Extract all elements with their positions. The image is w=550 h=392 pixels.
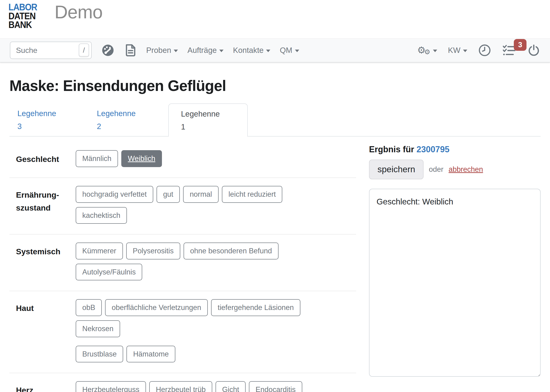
option-button[interactable]: obB: [76, 299, 102, 316]
option-button[interactable]: Kümmerer: [76, 243, 123, 259]
tab-legehenne-1[interactable]: Legehenne 1: [168, 103, 248, 137]
result-output-textarea[interactable]: Geschlecht: Weiblich: [369, 189, 541, 377]
chevron-down-icon: [295, 49, 299, 52]
tab-title: Legehenne: [17, 110, 89, 118]
document-icon[interactable]: [124, 43, 137, 57]
menu-kontakte[interactable]: Kontakte: [233, 46, 270, 55]
option-button[interactable]: Endocarditis: [249, 381, 302, 392]
tab-number: 2: [97, 122, 168, 131]
option-button[interactable]: leicht reduziert: [222, 186, 282, 203]
option-button[interactable]: tiefergehende Läsionen: [211, 299, 300, 316]
menu-proben[interactable]: Proben: [146, 46, 178, 55]
navbar-left-items: Proben Aufträge Kontakte QM: [101, 43, 299, 57]
page-title: Maske: Einsendungen Geflügel: [9, 77, 541, 94]
chevron-down-icon: [463, 49, 467, 52]
slash-shortcut-badge: /: [79, 43, 89, 57]
row-label-ernaehrungszustand: Ernährung- szustand: [9, 186, 76, 214]
option-button[interactable]: oberflächliche Verletzungen: [105, 299, 208, 316]
settings-dropdown[interactable]: ⚙⚙: [417, 45, 437, 56]
or-text: oder: [429, 165, 443, 174]
logo-line-bank: BANK: [8, 21, 37, 29]
option-button[interactable]: Autolyse/Fäulnis: [76, 264, 142, 281]
option-button-weiblich[interactable]: Weiblich: [121, 150, 162, 167]
finding-form: Geschlecht Männlich Weiblich Ernährung- …: [9, 137, 356, 392]
option-button[interactable]: Polyserositis: [126, 243, 180, 259]
option-group-haut: obB oberflächliche Verletzungen tieferge…: [76, 299, 334, 362]
clock-icon[interactable]: [478, 44, 491, 57]
chevron-down-icon: [433, 49, 437, 52]
tab-legehenne-3[interactable]: Legehenne 3: [9, 103, 89, 136]
tab-number: 1: [181, 123, 247, 131]
row-label-herz: Herz: [9, 381, 76, 392]
app-header: LABOR DATEN BANK Demo: [0, 0, 550, 38]
option-group-geschlecht: Männlich Weiblich: [76, 150, 334, 167]
app-title: Demo: [55, 1, 102, 23]
tasks-badge: 3: [514, 39, 527, 51]
main-navbar: / Proben Aufträge: [0, 38, 550, 63]
form-row-herz: Herz Herzbeutelerguss Herzbeutel trüb Gi…: [9, 373, 356, 392]
menu-auftraege-label: Aufträge: [187, 46, 217, 55]
form-row-haut: Haut obB oberflächliche Verletzungen tie…: [9, 291, 356, 373]
option-button[interactable]: Brustblase: [76, 346, 123, 363]
option-group-systemisch: Kümmerer Polyserositis ohne besonderen B…: [76, 243, 334, 280]
option-button[interactable]: Hämatome: [127, 346, 175, 363]
labordatenbank-logo[interactable]: LABOR DATEN BANK: [8, 3, 37, 29]
tab-bar: Legehenne 3 Legehenne 2 Legehenne 1: [9, 103, 541, 137]
tab-number: 3: [17, 122, 89, 131]
result-heading-text: Ergbnis für: [369, 145, 414, 154]
option-button-maennlich[interactable]: Männlich: [76, 150, 118, 167]
tab-legehenne-2[interactable]: Legehenne 2: [89, 103, 168, 136]
search-container: /: [10, 42, 92, 59]
power-icon[interactable]: [528, 44, 540, 57]
option-button[interactable]: hochgradig verfettet: [76, 186, 153, 203]
save-controls: speichern oder abbrechen: [369, 160, 541, 179]
menu-proben-label: Proben: [146, 46, 171, 55]
mask-body: Geschlecht Männlich Weiblich Ernährung- …: [9, 137, 541, 392]
menu-qm-label: QM: [280, 46, 292, 55]
option-button[interactable]: normal: [183, 186, 219, 203]
gears-icon: ⚙⚙: [417, 45, 430, 56]
menu-qm[interactable]: QM: [280, 46, 299, 55]
cancel-link[interactable]: abbrechen: [448, 165, 483, 174]
case-id-link[interactable]: 2300795: [416, 145, 449, 154]
row-label-geschlecht: Geschlecht: [9, 150, 76, 166]
kw-label: KW: [448, 46, 460, 55]
save-button[interactable]: speichern: [369, 160, 423, 179]
navbar-right-items: ⚙⚙ KW 3: [417, 44, 540, 57]
menu-auftraege[interactable]: Aufträge: [187, 46, 224, 55]
tasks-icon[interactable]: 3: [502, 44, 517, 57]
chevron-down-icon: [266, 49, 270, 52]
menu-kontakte-label: Kontakte: [233, 46, 263, 55]
row-label-haut: Haut: [9, 299, 76, 315]
main-content: Maske: Einsendungen Geflügel Legehenne 3…: [0, 77, 550, 392]
option-button[interactable]: Gicht: [216, 381, 246, 392]
row-label-systemisch: Systemisch: [9, 243, 76, 258]
option-button[interactable]: Nekrosen: [76, 320, 120, 337]
option-button[interactable]: gut: [156, 186, 180, 203]
result-panel: Ergbnis für 2300795 speichern oder abbre…: [369, 137, 541, 378]
option-group-ernaehrungszustand: hochgradig verfettet gut normal leicht r…: [76, 186, 334, 224]
form-row-geschlecht: Geschlecht Männlich Weiblich: [9, 137, 356, 178]
option-button[interactable]: kachektisch: [76, 207, 127, 224]
tab-title: Legehenne: [97, 110, 168, 118]
option-button[interactable]: Herzbeutel trüb: [149, 381, 212, 392]
chevron-down-icon: [174, 49, 178, 52]
chevron-down-icon: [219, 49, 224, 52]
kw-dropdown[interactable]: KW: [448, 46, 467, 55]
option-button[interactable]: ohne besonderen Befund: [183, 243, 279, 259]
form-row-systemisch: Systemisch Kümmerer Polyserositis ohne b…: [9, 235, 356, 291]
speedometer-icon[interactable]: [101, 43, 115, 57]
tab-title: Legehenne: [181, 110, 247, 118]
form-row-ernaehrungszustand: Ernährung- szustand hochgradig verfettet…: [9, 178, 356, 235]
option-group-herz: Herzbeutelerguss Herzbeutel trüb Gicht E…: [76, 381, 334, 392]
option-button[interactable]: Herzbeutelerguss: [76, 381, 146, 392]
result-heading: Ergbnis für 2300795: [369, 145, 541, 154]
